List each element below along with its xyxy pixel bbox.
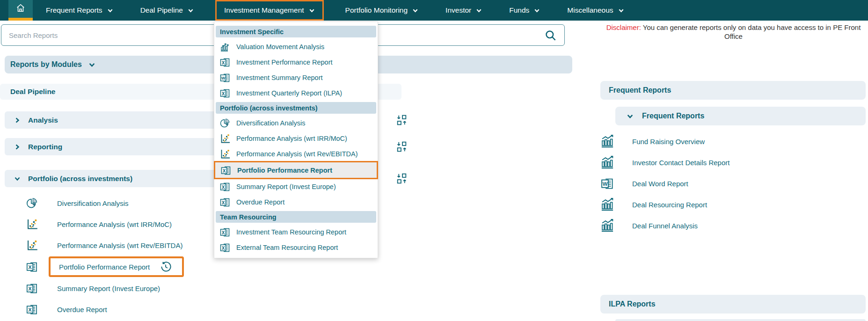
report-list-item[interactable]: X Summary Report (Invest Europe) xyxy=(0,282,346,295)
nav-item[interactable]: Investment Management xyxy=(215,0,324,21)
dropdown-row[interactable]: X External Team Resourcing Report xyxy=(214,240,378,255)
dropdown-row[interactable]: Investment Specific xyxy=(216,26,376,37)
search-icon[interactable] xyxy=(544,29,557,42)
dropdown-row[interactable]: Portfolio (across investments) xyxy=(216,102,376,114)
nav-item-label: Investment Management xyxy=(224,6,304,15)
report-list-item[interactable]: X Overdue Report xyxy=(0,303,346,316)
bar-chart-trend-icon xyxy=(600,134,614,148)
dropdown-row-label: Diversification Analysis xyxy=(236,119,305,127)
nav-item-label: Portfolio Monitoring xyxy=(345,6,408,15)
report-item-label: Diversification Analysis xyxy=(57,199,129,207)
nav-item[interactable]: Investor xyxy=(440,0,488,21)
bar-chart-trend-icon xyxy=(600,197,614,212)
nav-item-label: Miscellaneous xyxy=(567,6,613,15)
nav-item[interactable]: Funds xyxy=(503,0,546,21)
dropdown-row[interactable]: X Investment Performance Report xyxy=(214,54,378,70)
disclaimer-text: You can generate reports only on data yo… xyxy=(643,23,861,40)
excel-file-icon: X xyxy=(219,88,231,99)
dropdown-row-label: Performance Analysis (wrt Rev/EBITDA) xyxy=(236,150,357,158)
report-item-box[interactable]: Performance Analysis (wrt IRR/MoC) xyxy=(49,214,178,234)
dropdown-row[interactable]: W Investment Summary Report xyxy=(214,70,378,85)
frequent-reports-header[interactable]: Frequent Reports xyxy=(600,81,866,100)
scatter-plot-icon xyxy=(26,239,38,252)
disclaimer: Disclaimer: You can generate reports onl… xyxy=(599,23,868,41)
investment-management-dropdown: Investment Specific Valuation Movement A… xyxy=(214,22,378,258)
chevron-down-icon xyxy=(412,7,418,14)
dropdown-row[interactable]: X Summary Report (Invest Europe) xyxy=(214,179,378,194)
svg-text:W: W xyxy=(221,76,226,80)
frequent-reports-header-label: Frequent Reports xyxy=(609,86,671,95)
excel-file-icon: X xyxy=(219,181,231,192)
reports-by-modules-label: Reports by Modules xyxy=(10,60,82,69)
dropdown-row-label: Team Resourcing xyxy=(220,213,277,221)
report-item-label: Portfolio Performance Report xyxy=(59,263,150,271)
column-reorder-icon[interactable] xyxy=(395,140,408,153)
svg-text:W: W xyxy=(603,181,608,187)
pie-chart-icon xyxy=(26,197,38,210)
dropdown-row-label: Portfolio Performance Report xyxy=(237,167,332,174)
dropdown-row[interactable]: X Investment Quarterly Report (ILPA) xyxy=(214,85,378,101)
dropdown-row[interactable]: X Portfolio Performance Report xyxy=(215,162,377,178)
deal-pipeline-label: Deal Pipeline xyxy=(10,88,55,96)
dropdown-row-label: Investment Team Resourcing Report xyxy=(236,228,346,236)
report-item-box[interactable]: Portfolio Performance Report xyxy=(49,256,184,277)
bar-chart-trend-icon xyxy=(600,155,614,169)
nav-item-label: Funds xyxy=(509,6,529,15)
nav-item[interactable]: Frequent Reports xyxy=(40,0,119,21)
excel-file-icon: X xyxy=(26,303,38,316)
dropdown-row-label: External Team Resourcing Report xyxy=(236,244,338,251)
dropdown-row[interactable]: Valuation Movement Analysis xyxy=(214,39,378,54)
svg-text:X: X xyxy=(28,264,32,270)
pie-chart-icon xyxy=(219,117,231,129)
report-list-item[interactable]: X Portfolio Performance Report xyxy=(0,260,346,273)
frequent-report-item[interactable]: Deal Resourcing Report xyxy=(600,197,707,212)
chevron-down-icon xyxy=(627,113,634,120)
chevron-down-icon xyxy=(88,61,95,68)
report-item-box[interactable]: Overdue Report xyxy=(49,299,114,320)
dropdown-row-label: Investment Specific xyxy=(220,28,284,36)
chevron-icon xyxy=(14,175,21,182)
top-nav: Frequent Reports Deal Pipeline Investmen… xyxy=(0,0,868,21)
dropdown-row[interactable]: Diversification Analysis xyxy=(214,115,378,131)
frequent-report-item[interactable]: Deal Funnel Analysis xyxy=(600,219,698,233)
column-reorder-icon[interactable] xyxy=(395,172,408,185)
group-label: Reporting xyxy=(28,143,62,151)
excel-file-icon: X xyxy=(219,226,231,238)
frequent-report-item[interactable]: W Deal Word Report xyxy=(600,176,688,190)
frequent-report-item[interactable]: Investor Contact Details Report xyxy=(600,155,729,169)
frequent-reports-subheader[interactable]: Frequent Reports xyxy=(615,107,866,125)
dropdown-row-label: Investment Performance Report xyxy=(236,58,333,66)
word-file-icon: W xyxy=(600,176,614,190)
excel-file-icon: X xyxy=(219,57,231,68)
chevron-icon xyxy=(14,117,21,124)
nav-item[interactable]: Miscellaneous xyxy=(562,0,629,21)
dropdown-row[interactable]: Performance Analysis (wrt Rev/EBITDA) xyxy=(214,146,378,161)
scatter-plot-icon xyxy=(26,218,38,231)
disclaimer-label: Disclaimer: xyxy=(606,23,641,31)
chevron-down-icon xyxy=(107,7,113,14)
chevron-down-icon xyxy=(476,7,482,14)
home-button[interactable] xyxy=(8,0,33,21)
column-reorder-icon[interactable] xyxy=(395,114,408,126)
report-item-box[interactable]: Summary Report (Invest Europe) xyxy=(49,278,167,299)
pe-front-office-reports-page: Frequent Reports Deal Pipeline Investmen… xyxy=(0,0,868,321)
frequent-report-label: Fund Raising Overview xyxy=(632,138,705,146)
report-item-box[interactable]: Diversification Analysis xyxy=(49,193,135,213)
chevron-down-icon xyxy=(188,7,194,14)
history-icon[interactable] xyxy=(160,261,171,272)
report-item-box[interactable]: Performance Analysis (wrt Rev/EBITDA) xyxy=(49,235,189,255)
nav-item[interactable]: Deal Pipeline xyxy=(135,0,199,21)
nav-item-label: Investor xyxy=(445,6,471,15)
dropdown-row[interactable]: Performance Analysis (wrt IRR/MoC) xyxy=(214,131,378,146)
dropdown-row[interactable]: X Investment Team Resourcing Report xyxy=(214,224,378,240)
ilpa-reports-header[interactable]: ILPA Reports xyxy=(600,295,866,314)
ilpa-subheader-partial xyxy=(615,319,866,321)
report-item-label: Summary Report (Invest Europe) xyxy=(57,285,160,292)
dropdown-row[interactable]: X Overdue Report xyxy=(214,194,378,210)
dropdown-row[interactable]: Team Resourcing xyxy=(216,211,376,223)
nav-item[interactable]: Portfolio Monitoring xyxy=(340,0,424,21)
report-item-label: Performance Analysis (wrt Rev/EBITDA) xyxy=(57,241,182,249)
svg-text:X: X xyxy=(222,60,225,65)
frequent-report-item[interactable]: Fund Raising Overview xyxy=(600,134,705,148)
frequent-reports-subheader-label: Frequent Reports xyxy=(642,112,704,120)
